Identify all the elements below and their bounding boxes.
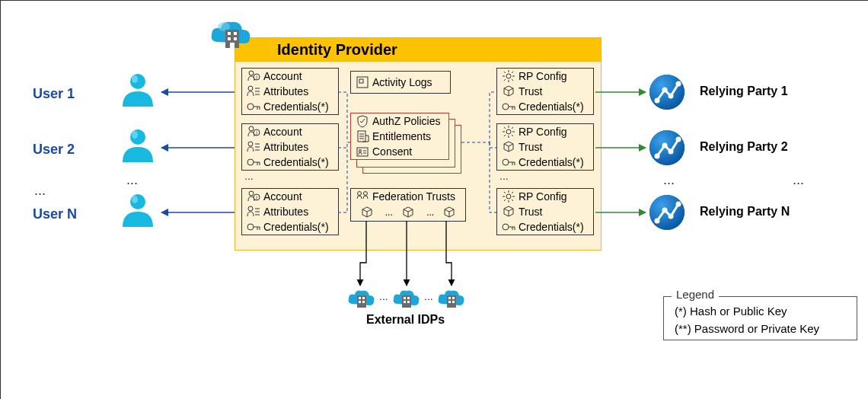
user-2-label: User 2 [33,142,75,158]
user-ellipsis: ... [34,183,46,199]
rp-icon-ellipsis: ... [663,172,675,188]
legend-box: Legend (*) Hash or Public Key (**) Passw… [663,296,857,340]
idp-title-bar: Identity Provider [235,37,602,62]
rp-ellipsis-text: ... [793,172,804,188]
legend-title: Legend [672,288,719,301]
arrow-rp1 [594,85,651,100]
user-n-icon [119,193,157,231]
federation-arrows [336,221,488,293]
idp-cloud-icon [209,19,256,53]
idp-title: Identity Provider [235,38,601,59]
user-1-label: User 1 [33,86,75,102]
rp-2-label: Relying Party 2 [700,140,788,154]
external-idps-label: External IDPs [366,313,445,327]
arrow-userN [157,205,241,220]
user-2-icon [119,128,157,166]
arrow-rp2 [594,140,651,155]
user-icon-ellipsis: ... [126,172,138,188]
rp-1-label: Relying Party 1 [700,85,788,98]
rp-2-icon [648,129,686,167]
user-1-icon [119,72,157,110]
user-n-label: User N [33,206,77,222]
rp-n-icon [648,193,686,231]
arrow-user1 [157,85,241,100]
rp-1-icon [648,73,686,111]
arrow-rpN [594,205,651,220]
rp-n-label: Relying Party N [700,205,790,219]
arrow-user2 [157,140,241,155]
legend-star2: (**) Password or Private Key [675,322,846,335]
legend-star1: (*) Hash or Public Key [675,305,846,318]
